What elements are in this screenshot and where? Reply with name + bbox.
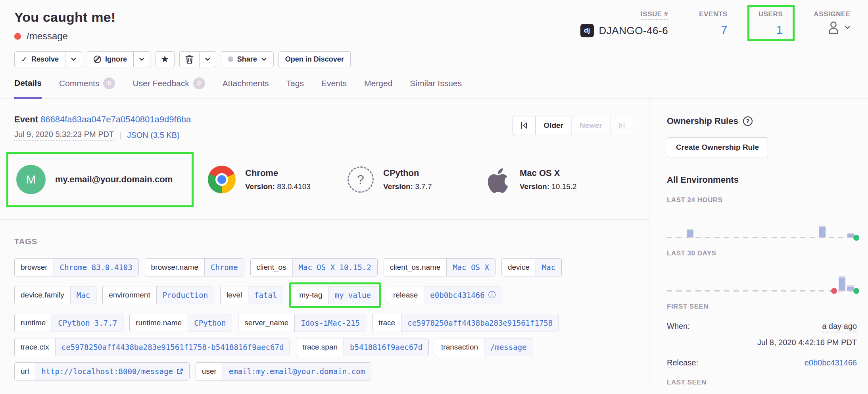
star-icon: ★	[161, 54, 169, 64]
tag-pill-client-os-name: client_os.nameMac OS X	[384, 258, 495, 276]
last-30-days-label: LAST 30 DAYS	[667, 249, 857, 257]
os-context-card: Mac OS X Version: 10.15.2	[486, 166, 633, 193]
stat-events: EVENTS 7	[699, 10, 728, 37]
annotation-highlight: my-tagmy value	[289, 282, 381, 308]
trash-icon	[185, 55, 194, 64]
tag-pill-server-name: server_nameIdos-iMac-215	[238, 314, 366, 332]
stat-users: USERS 1	[759, 10, 783, 37]
bookmark-button[interactable]: ★	[155, 51, 175, 67]
project-icon: dj	[580, 24, 594, 37]
tags-section: TAGS browserChrome 83.0.4103 browser.nam…	[0, 220, 649, 380]
users-count[interactable]: 1	[776, 23, 783, 37]
resolve-dropdown-button[interactable]	[65, 51, 82, 67]
sparkline-marker-dot	[831, 288, 837, 294]
error-level-dot	[14, 33, 21, 40]
tag-pill-trace-span: trace.spanb5418816f9aec67d	[296, 338, 429, 356]
tag-pill-runtime: runtimeCPython 3.7.7	[14, 314, 123, 332]
delete-button[interactable]	[179, 51, 200, 67]
help-icon[interactable]: ?	[743, 116, 753, 126]
sparkline-bar	[847, 285, 854, 291]
user-avatar: M	[16, 165, 46, 194]
apple-icon	[486, 166, 510, 193]
issue-title-block: You caught me! /message	[14, 10, 115, 42]
browser-version: 83.0.4103	[277, 182, 311, 191]
user-context-card: M my.email@your.domain.com	[6, 152, 194, 207]
event-id-link[interactable]: 86684fa63aa047e7a0540801a9d9f6ba	[40, 114, 191, 124]
tab-merged[interactable]: Merged	[364, 77, 392, 98]
tab-user-feedback[interactable]: User Feedback 0	[133, 77, 205, 98]
browser-context-card: Chrome Version: 83.0.4103	[208, 166, 348, 193]
sparkline-marker-dot	[853, 235, 859, 241]
newer-event-button[interactable]: Newer	[571, 116, 611, 135]
skip-to-last-icon	[617, 122, 626, 129]
ignore-label: Ignore	[105, 55, 127, 64]
events-count[interactable]: 7	[721, 23, 728, 37]
issue-header: You caught me! /message ISSUE # dj DJANG…	[0, 0, 868, 67]
tab-attachments[interactable]: Attachments	[223, 77, 269, 98]
ignore-button[interactable]: Ignore	[87, 51, 134, 67]
sparkline-bar	[687, 229, 693, 238]
tag-pill-device: deviceMac	[501, 258, 562, 276]
tag-pill-user: useremail:my.email@your.domain.com	[196, 362, 371, 380]
tag-pill-browser: browserChrome 83.0.4103	[14, 258, 139, 276]
page-title: You caught me!	[14, 10, 115, 25]
tag-pill-my-tag: my-tagmy value	[293, 286, 377, 304]
share-button[interactable]: Share	[221, 51, 274, 67]
tab-details[interactable]: Details	[14, 77, 42, 99]
resolve-button[interactable]: ✓ Resolve	[14, 51, 65, 67]
issue-stats: ISSUE # dj DJANGO-46-6 EVENTS 7 USERS 1 …	[580, 10, 856, 37]
event-timestamp: Jul 9, 2020 5:32:23 PM PDT	[14, 130, 114, 141]
older-event-button[interactable]: Older	[535, 116, 572, 135]
create-ownership-rule-button[interactable]: Create Ownership Rule	[667, 137, 768, 157]
event-context-summary: M my.email@your.domain.com Chrome Versio…	[0, 152, 649, 207]
environments-title: All Environments	[667, 175, 857, 185]
feedback-count-badge: 0	[193, 77, 205, 89]
assignee-label: ASSIGNEE	[814, 10, 851, 18]
runtime-context-card: ? CPython Version: 3.7.7	[348, 166, 486, 193]
issue-short-id: DJANGO-46-6	[599, 25, 668, 37]
ignore-icon	[94, 56, 101, 63]
tab-events[interactable]: Events	[321, 77, 347, 98]
tag-pill-level: levelfatal	[220, 286, 283, 304]
info-icon[interactable]: ⓘ	[488, 290, 496, 300]
chevron-down-icon	[139, 57, 145, 61]
ignore-dropdown-button[interactable]	[133, 51, 150, 67]
assignee-dropdown[interactable]	[826, 21, 851, 34]
tag-pill-client-os: client_osMac OS X 10.15.2	[250, 258, 378, 276]
release-label: Release:	[667, 358, 698, 367]
runtime-name: CPython	[383, 168, 432, 178]
first-event-button[interactable]	[513, 116, 536, 135]
os-name: Mac OS X	[520, 168, 577, 178]
external-link-icon[interactable]	[177, 368, 183, 375]
sparkline-bar	[819, 226, 826, 238]
resolve-label: Resolve	[31, 55, 59, 64]
tag-pill-trace-ctx: trace.ctxce5978250aff4438ba283e91561f175…	[14, 338, 290, 356]
delete-dropdown-button[interactable]	[199, 51, 216, 67]
last-30-days-sparkline	[667, 275, 857, 292]
tag-pill-runtime-name: runtime.nameCPython	[129, 314, 232, 332]
events-label: EVENTS	[699, 10, 728, 18]
tag-pill-device-family: device.familyMac	[14, 286, 96, 304]
first-seen-label: FIRST SEEN	[667, 303, 857, 311]
chevron-down-icon	[205, 57, 211, 61]
tab-comments[interactable]: Comments 0	[59, 77, 115, 98]
tag-pill-url: urlhttp://localhost:8000/message	[14, 362, 190, 380]
person-icon	[826, 21, 841, 34]
os-version: 10.15.2	[551, 182, 576, 191]
tab-tags[interactable]: Tags	[286, 77, 304, 98]
tab-similar-issues[interactable]: Similar Issues	[410, 77, 462, 98]
share-status-dot	[228, 56, 233, 62]
tag-pill-environment: environmentProduction	[102, 286, 214, 304]
culprit-path: /message	[27, 31, 68, 42]
last-24-hours-label: LAST 24 HOURS	[667, 196, 857, 204]
stat-assignee: ASSIGNEE	[814, 10, 851, 37]
first-seen-release-link[interactable]: e0b0bc431466	[805, 358, 857, 367]
event-json-link[interactable]: JSON (3.5 KB)	[127, 131, 179, 140]
issue-tabs: Details Comments 0 User Feedback 0 Attac…	[0, 77, 868, 98]
tag-pill-browser-name: browser.nameChrome	[145, 258, 244, 276]
chevron-down-icon	[71, 57, 77, 61]
open-in-discover-button[interactable]: Open in Discover	[278, 51, 351, 67]
latest-event-button[interactable]	[610, 116, 633, 135]
tag-pill-trace: tracece5978250aff4438ba283e91561f1758	[372, 314, 559, 332]
issue-sidebar: Ownership Rules ? Create Ownership Rule …	[649, 98, 868, 389]
